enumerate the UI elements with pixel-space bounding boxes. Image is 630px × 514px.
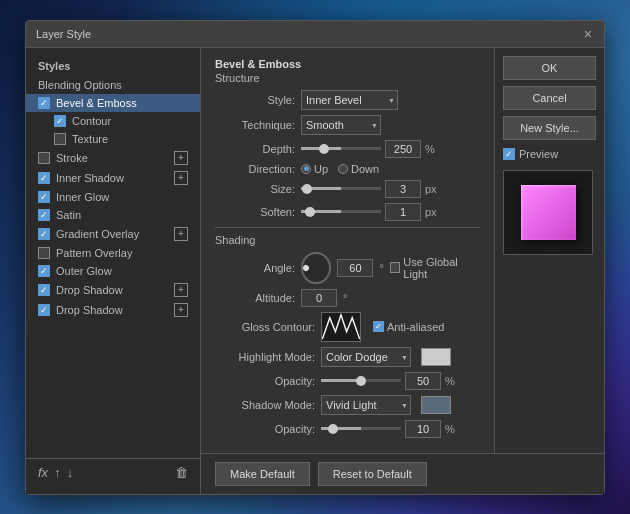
sidebar-item-contour[interactable]: ✓ Contour <box>26 112 200 130</box>
size-slider[interactable] <box>301 187 381 190</box>
highlight-opacity-slider[interactable] <box>321 379 401 382</box>
anti-aliased-checkbox[interactable]: ✓ <box>373 321 384 332</box>
stroke-add-button[interactable]: + <box>174 151 188 165</box>
contour-checkbox[interactable]: ✓ <box>54 115 66 127</box>
drop-shadow-2-label: Drop Shadow <box>56 304 123 316</box>
anti-aliased-text: Anti-aliased <box>387 321 444 333</box>
altitude-input[interactable] <box>301 289 337 307</box>
depth-slider[interactable] <box>301 147 381 150</box>
global-light-checkbox-label[interactable]: Use Global Light <box>390 256 480 280</box>
close-button[interactable]: × <box>582 27 594 41</box>
inner-shadow-add-button[interactable]: + <box>174 171 188 185</box>
inner-shadow-checkbox[interactable]: ✓ <box>38 172 50 184</box>
svg-rect-0 <box>322 313 359 341</box>
ok-button[interactable]: OK <box>503 56 596 80</box>
sidebar-item-outer-glow[interactable]: ✓ Outer Glow <box>26 262 200 280</box>
drop-shadow-1-add-button[interactable]: + <box>174 283 188 297</box>
direction-down-radio[interactable]: Down <box>338 163 379 175</box>
new-style-button[interactable]: New Style... <box>503 116 596 140</box>
gradient-overlay-checkbox[interactable]: ✓ <box>38 228 50 240</box>
soften-input[interactable] <box>385 203 421 221</box>
texture-checkbox[interactable] <box>54 133 66 145</box>
sidebar-item-satin[interactable]: ✓ Satin <box>26 206 200 224</box>
shadow-opacity-row: Opacity: % <box>215 420 480 438</box>
satin-checkbox[interactable]: ✓ <box>38 209 50 221</box>
soften-slider[interactable] <box>301 210 381 213</box>
sidebar-item-inner-glow[interactable]: ✓ Inner Glow <box>26 188 200 206</box>
fx-button[interactable]: fx <box>38 465 48 480</box>
angle-dial[interactable] <box>301 252 331 284</box>
bevel-emboss-checkbox[interactable]: ✓ <box>38 97 50 109</box>
pattern-overlay-label: Pattern Overlay <box>56 247 132 259</box>
sidebar-item-stroke[interactable]: Stroke + <box>26 148 200 168</box>
make-default-button[interactable]: Make Default <box>215 462 310 486</box>
preview-label: Preview <box>519 148 558 160</box>
sidebar-item-pattern-overlay[interactable]: Pattern Overlay <box>26 244 200 262</box>
cancel-button[interactable]: Cancel <box>503 86 596 110</box>
sidebar-item-bevel-emboss[interactable]: ✓ Bevel & Emboss <box>26 94 200 112</box>
highlight-opacity-input[interactable] <box>405 372 441 390</box>
global-light-checkbox[interactable] <box>390 262 400 273</box>
highlight-mode-label: Highlight Mode: <box>215 351 315 363</box>
gloss-contour-thumbnail[interactable] <box>321 312 361 342</box>
highlight-mode-select-wrapper: Color Dodge Normal Screen <box>321 347 411 367</box>
drop-shadow-2-add-button[interactable]: + <box>174 303 188 317</box>
preview-checkbox[interactable]: ✓ <box>503 148 515 160</box>
sidebar-item-texture[interactable]: Texture <box>26 130 200 148</box>
blending-options-label: Blending Options <box>38 79 122 91</box>
highlight-mode-select[interactable]: Color Dodge Normal Screen <box>321 347 411 367</box>
size-input[interactable] <box>385 180 421 198</box>
sidebar-item-drop-shadow-2[interactable]: ✓ Drop Shadow + <box>26 300 200 320</box>
angle-label: Angle: <box>215 262 295 274</box>
shadow-opacity-unit: % <box>445 423 455 435</box>
shadow-color-swatch[interactable] <box>421 396 451 414</box>
direction-up-radio[interactable]: Up <box>301 163 328 175</box>
delete-button[interactable]: 🗑 <box>175 465 188 480</box>
outer-glow-checkbox[interactable]: ✓ <box>38 265 50 277</box>
style-select[interactable]: Inner Bevel Outer Bevel Emboss Pillow Em… <box>301 90 398 110</box>
technique-select[interactable]: Smooth Chisel Hard Chisel Soft <box>301 115 381 135</box>
direction-down-label: Down <box>351 163 379 175</box>
sidebar-item-blending-options[interactable]: Blending Options <box>26 76 200 94</box>
dialog-title: Layer Style <box>36 28 91 40</box>
drop-shadow-2-checkbox[interactable]: ✓ <box>38 304 50 316</box>
highlight-opacity-unit: % <box>445 375 455 387</box>
shadow-opacity-slider[interactable] <box>321 427 401 430</box>
sidebar-item-drop-shadow-1[interactable]: ✓ Drop Shadow + <box>26 280 200 300</box>
shadow-opacity-input[interactable] <box>405 420 441 438</box>
angle-input[interactable] <box>337 259 373 277</box>
shadow-opacity-label: Opacity: <box>215 423 315 435</box>
shadow-opacity-slider-container: % <box>321 420 455 438</box>
depth-input[interactable] <box>385 140 421 158</box>
gradient-overlay-add-button[interactable]: + <box>174 227 188 241</box>
dialog-titlebar: Layer Style × <box>26 21 604 48</box>
structure-subtitle: Structure <box>215 72 480 84</box>
shading-title: Shading <box>215 234 480 246</box>
anti-aliased-label[interactable]: ✓ Anti-aliased <box>373 321 444 333</box>
divider-1 <box>215 227 480 228</box>
sidebar-item-gradient-overlay[interactable]: ✓ Gradient Overlay + <box>26 224 200 244</box>
center-panel: Bevel & Emboss Structure Style: Inner Be… <box>201 48 494 453</box>
down-button[interactable]: ↓ <box>67 465 74 480</box>
sidebar-item-inner-shadow[interactable]: ✓ Inner Shadow + <box>26 168 200 188</box>
direction-row: Direction: Up Down <box>215 163 480 175</box>
reset-to-default-button[interactable]: Reset to Default <box>318 462 427 486</box>
stroke-checkbox[interactable] <box>38 152 50 164</box>
shadow-mode-select[interactable]: Vivid Light Normal Multiply <box>321 395 411 415</box>
depth-slider-container: % <box>301 140 435 158</box>
direction-up-label: Up <box>314 163 328 175</box>
depth-label: Depth: <box>215 143 295 155</box>
inner-glow-checkbox[interactable]: ✓ <box>38 191 50 203</box>
drop-shadow-1-checkbox[interactable]: ✓ <box>38 284 50 296</box>
up-button[interactable]: ↑ <box>54 465 61 480</box>
soften-slider-container: px <box>301 203 437 221</box>
depth-row: Depth: % <box>215 140 480 158</box>
texture-label: Texture <box>72 133 108 145</box>
pattern-overlay-checkbox[interactable] <box>38 247 50 259</box>
preview-checkbox-row[interactable]: ✓ Preview <box>503 148 596 160</box>
highlight-color-swatch[interactable] <box>421 348 451 366</box>
style-label: Style: <box>215 94 295 106</box>
size-label: Size: <box>215 183 295 195</box>
highlight-mode-row: Highlight Mode: Color Dodge Normal Scree… <box>215 347 480 367</box>
altitude-row: Altitude: ° <box>215 289 480 307</box>
